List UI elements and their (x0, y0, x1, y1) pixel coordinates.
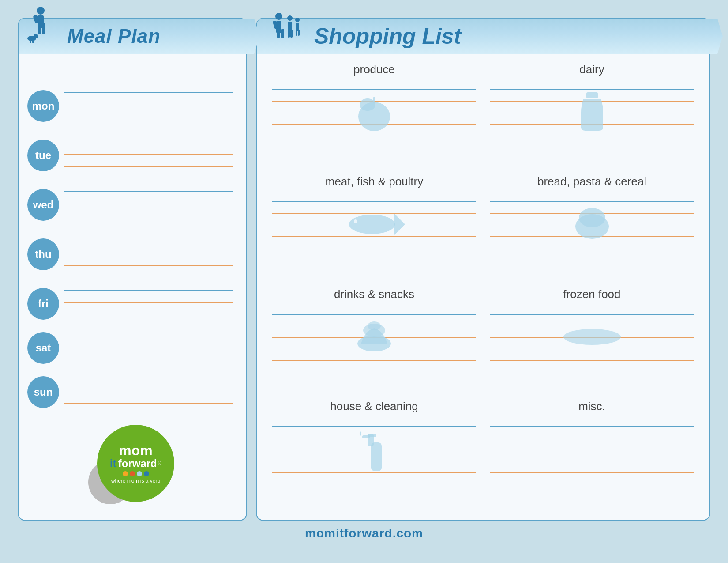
line[interactable] (64, 155, 233, 167)
section-title-house: house & cleaning (272, 400, 476, 413)
section-header-line (490, 416, 694, 427)
day-circle-sun: sun (27, 376, 59, 408)
line[interactable] (272, 461, 476, 473)
day-lines-sat (64, 335, 233, 359)
line[interactable] (64, 391, 233, 404)
line[interactable] (272, 214, 476, 225)
line[interactable] (272, 202, 476, 214)
line[interactable] (490, 349, 694, 361)
line[interactable] (490, 125, 694, 136)
day-circle-tue: tue (27, 140, 59, 171)
day-lines-fri (64, 278, 233, 315)
line[interactable] (272, 102, 476, 113)
line[interactable] (490, 326, 694, 338)
line[interactable] (272, 326, 476, 338)
dot-blue-dark (144, 471, 149, 476)
misc-lines (490, 427, 694, 473)
line[interactable] (64, 278, 233, 291)
line[interactable] (64, 347, 233, 359)
shopping-grid: produce (257, 54, 709, 511)
line[interactable] (64, 130, 233, 142)
line[interactable] (490, 225, 694, 237)
day-row-thu: thu (27, 229, 233, 266)
line[interactable] (64, 179, 233, 192)
line[interactable] (272, 438, 476, 450)
line[interactable] (64, 105, 233, 117)
line[interactable] (272, 349, 476, 361)
line[interactable] (490, 438, 694, 450)
section-bread: bread, pasta & cereal (483, 170, 701, 282)
line[interactable] (490, 102, 694, 113)
line[interactable] (490, 338, 694, 349)
svg-rect-21 (298, 30, 300, 36)
line[interactable] (64, 291, 233, 303)
line[interactable] (64, 303, 233, 315)
line[interactable] (490, 113, 694, 125)
svg-point-0 (37, 7, 45, 15)
line[interactable] (490, 214, 694, 225)
meal-plan-header: Meal Plan (19, 19, 246, 67)
section-header-line (490, 79, 694, 90)
line[interactable] (272, 113, 476, 125)
section-misc: misc. (483, 395, 701, 507)
svg-point-14 (287, 15, 293, 21)
house-lines (272, 427, 476, 473)
line[interactable] (64, 80, 233, 93)
line[interactable] (272, 125, 476, 136)
line[interactable] (490, 450, 694, 461)
line[interactable] (64, 192, 233, 204)
svg-rect-16 (288, 30, 290, 38)
section-title-frozen: frozen food (490, 287, 694, 301)
line[interactable] (64, 253, 233, 266)
logo-text-mom: mom (119, 443, 152, 457)
line[interactable] (272, 450, 476, 461)
section-meat: meat, fish & poultry (266, 170, 483, 282)
website-text: momitforward.com (305, 526, 423, 540)
dot-blue-light (137, 471, 142, 476)
section-house: house & cleaning (266, 395, 483, 507)
day-lines-sun (64, 379, 233, 404)
line[interactable] (490, 315, 694, 326)
line[interactable] (490, 461, 694, 473)
logo-dots (123, 471, 149, 476)
line[interactable] (272, 315, 476, 326)
line[interactable] (64, 142, 233, 155)
day-label-fri: fri (38, 298, 49, 310)
svg-rect-17 (290, 30, 293, 38)
section-header-line (272, 416, 476, 427)
svg-rect-8 (32, 40, 34, 43)
day-label-wed: wed (33, 199, 54, 211)
day-lines-thu (64, 229, 233, 266)
section-header-line (272, 79, 476, 90)
line[interactable] (272, 427, 476, 438)
line[interactable] (64, 335, 233, 347)
line[interactable] (64, 379, 233, 391)
section-title-produce: produce (272, 63, 476, 76)
shopping-panel: Shopping List produce (256, 18, 710, 521)
line[interactable] (272, 338, 476, 349)
meal-plan-banner: Meal Plan (19, 19, 246, 54)
line[interactable] (64, 241, 233, 253)
line[interactable] (64, 204, 233, 216)
day-row-wed: wed (27, 179, 233, 216)
line[interactable] (272, 237, 476, 248)
line[interactable] (64, 93, 233, 105)
section-dairy: dairy (483, 58, 701, 170)
frozen-lines (490, 315, 694, 361)
dairy-lines (490, 90, 694, 136)
shopping-title: Shopping List (314, 23, 461, 49)
line[interactable] (490, 202, 694, 214)
svg-rect-20 (296, 30, 297, 36)
svg-rect-13 (277, 29, 280, 38)
line[interactable] (490, 90, 694, 102)
line[interactable] (490, 237, 694, 248)
section-frozen: frozen food (483, 283, 701, 395)
line[interactable] (272, 90, 476, 102)
line[interactable] (490, 427, 694, 438)
svg-rect-4 (38, 23, 41, 34)
line[interactable] (272, 225, 476, 237)
line[interactable] (64, 229, 233, 241)
day-label-sun: sun (34, 386, 53, 398)
section-header-line (490, 191, 694, 202)
svg-point-18 (295, 18, 300, 22)
